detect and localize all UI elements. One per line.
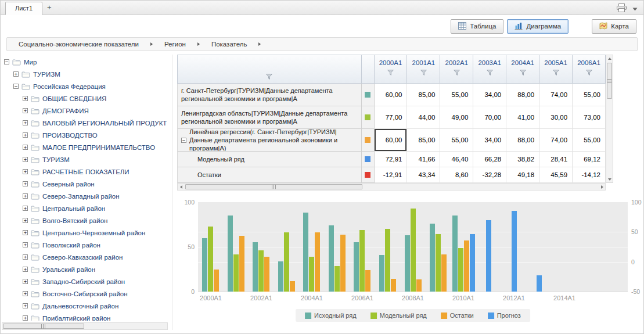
tree-item[interactable]: +ВАЛОВЫЙ РЕГИОНАЛЬНЫЙ ПРОДУКТ [4,117,172,129]
tree-expander[interactable]: + [23,145,28,150]
filter-icon[interactable] [520,70,526,76]
table-cell[interactable]: -12,91 [375,167,408,183]
legend-item[interactable]: Модельный ряд [370,312,427,319]
table-cell[interactable]: 72,91 [375,152,408,167]
table-cell[interactable]: 55,00 [440,84,473,106]
tree-expander[interactable]: + [23,254,28,260]
sheet-tab[interactable]: Лист1 [5,2,42,15]
tree-item[interactable]: +РАСЧЕТНЫЕ ПОКАЗАТЕЛИ [4,166,172,178]
tree-item[interactable]: +ОБЩИЕ СВЕДЕНИЯ [4,92,172,105]
column-header[interactable]: 2002A1 [440,55,473,83]
tree-item[interactable]: +Центрально-Черноземный район [4,227,172,239]
tree-expander[interactable]: + [23,242,28,247]
tree-expander[interactable]: + [23,169,28,174]
table-cell[interactable]: 41,00 [506,106,539,129]
table-cell[interactable]: 49,18 [506,167,539,183]
tree-item[interactable]: +ТУРИЗМ [4,153,172,166]
table-horizontal-scrollbar[interactable] [177,183,606,191]
tree-expander[interactable]: + [23,279,28,284]
table-cell[interactable]: 88,00 [506,129,539,152]
table-cell[interactable]: 41,66 [407,152,440,167]
table-cell[interactable]: 49,00 [440,106,473,129]
row-header[interactable]: Ленинградская область|ТУРИЗМ|Данные депа… [178,106,362,129]
tree-expander[interactable]: + [23,193,28,199]
table-vscroll-thumb[interactable] [607,63,612,99]
tree-item[interactable]: +ДЕМОГРАФИЯ [4,105,172,117]
tree-item[interactable]: +Северо-Западный район [4,190,172,202]
dropdown-caret-icon[interactable] [632,5,638,12]
table-cell[interactable]: 74,00 [539,84,573,106]
row-header[interactable]: −Линейная регрессия(г. Санкт-Петербург|Т… [178,129,362,152]
tree-item[interactable]: +Западно-Сибирский район [4,275,172,288]
tree-expander[interactable]: + [23,206,28,211]
scroll-down-button[interactable] [606,176,613,182]
table-cell[interactable]: 66,28 [473,152,506,167]
legend-item[interactable]: Прогноз [488,312,521,319]
breadcrumb-item[interactable]: Показатель [211,41,247,48]
filter-icon[interactable] [553,70,559,76]
tree-expander[interactable]: + [23,291,28,296]
tree-expander[interactable]: + [23,96,28,101]
view-button-map[interactable]: Карта [592,19,636,34]
tree-expander[interactable]: − [4,59,9,64]
view-button-table[interactable]: Таблица [451,19,503,34]
scroll-right-button[interactable] [599,184,605,190]
table-cell[interactable]: 77,00 [375,106,408,129]
table-vertical-scrollbar[interactable] [606,55,613,183]
scroll-left-button[interactable] [178,184,184,190]
tree-item[interactable]: +Уральский район [4,263,172,275]
table-cell[interactable]: 8,60 [440,167,473,183]
table-cell[interactable]: -14,12 [573,167,606,183]
row-header[interactable]: г. Санкт-Петербург|ТУРИЗМ|Данные департа… [178,84,362,106]
filter-icon[interactable] [420,70,427,76]
table-cell[interactable]: 85,00 [407,84,440,106]
tree-item[interactable]: +МАЛОЕ ПРЕДПРИНИМАТЕЛЬСТВО [4,141,172,153]
tree-expander[interactable]: + [23,303,28,308]
tree-item[interactable]: −Мир [4,56,172,68]
table-cell[interactable]: 30,00 [539,106,573,129]
printer-icon[interactable] [617,3,627,13]
tree-expander[interactable]: + [23,230,28,235]
filter-icon[interactable] [387,70,394,76]
tree-item[interactable]: +Восточно-Сибирский район [4,288,172,300]
table-cell[interactable]: 46,40 [440,152,473,167]
table-cell[interactable]: 28,41 [539,152,573,167]
table-cell[interactable]: 60,00 [375,129,408,152]
tree-item[interactable]: −Российская Федерация [4,80,172,92]
filter-icon[interactable] [454,70,460,76]
table-cell[interactable]: 73,00 [573,106,606,129]
table-cell[interactable]: 45,59 [539,167,573,183]
add-sheet-button[interactable]: + [42,3,56,15]
table-cell[interactable]: 43,34 [407,167,440,183]
table-cell[interactable]: 55,00 [573,84,606,106]
tree-expander[interactable]: + [23,120,28,125]
filter-icon[interactable] [487,70,493,76]
tree-item[interactable]: +Северо-Кавказский район [4,251,172,263]
tree-horizontal-scrollbar[interactable] [2,322,168,330]
table-cell[interactable]: -32,28 [473,167,506,183]
tree-item[interactable]: +ПРОИЗВОДСТВО [4,129,172,141]
table-cell[interactable]: 70,00 [473,106,506,129]
table-cell[interactable]: 55,00 [440,129,473,152]
row-expander[interactable]: − [181,138,186,143]
tree-item[interactable]: +Поволжский район [4,239,172,251]
tree-item[interactable]: +Волго-Вятский район [4,214,172,227]
tree-item[interactable]: +ТУРИЗМ [4,68,172,80]
tree-item[interactable]: +Северный район [4,178,172,190]
column-header[interactable]: 2004A1 [506,55,539,83]
tree-item[interactable]: +Дальневосточный район [4,300,172,312]
column-header[interactable]: 2000A1 [375,55,408,83]
table-cell[interactable]: 34,00 [473,84,506,106]
filter-icon[interactable] [586,70,592,76]
tree-expander[interactable]: + [23,315,28,321]
legend-item[interactable]: Исходный ряд [305,312,357,319]
table-cell[interactable]: 69,12 [573,152,606,167]
tree-expander[interactable]: + [23,267,28,272]
table-cell[interactable]: 38,82 [506,152,539,167]
tree-expander[interactable]: + [23,108,28,113]
tree-expander[interactable]: − [13,84,19,89]
tree-expander[interactable]: + [23,132,28,138]
table-cell[interactable]: 88,00 [506,84,539,106]
table-cell[interactable]: 44,00 [407,106,440,129]
view-button-chart[interactable]: Диаграмма [507,19,569,34]
